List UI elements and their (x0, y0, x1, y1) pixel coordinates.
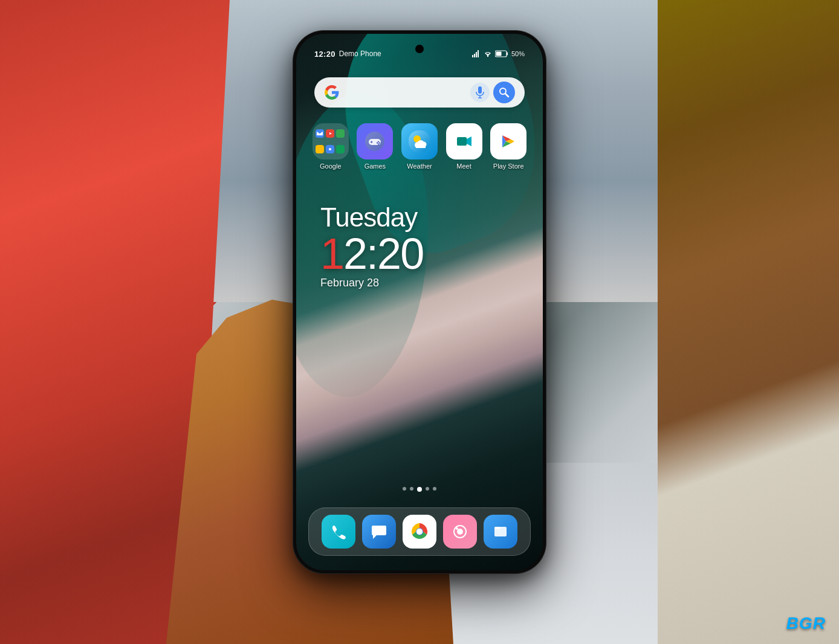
svg-point-4 (487, 56, 488, 57)
playstore-svg-icon (497, 130, 519, 152)
svg-rect-36 (457, 137, 467, 146)
lens-search-button[interactable] (493, 82, 515, 103)
battery-icon (495, 50, 508, 57)
mini-icon-chrome (326, 145, 334, 153)
page-dot-3-active (417, 487, 422, 492)
page-dot-2 (410, 487, 413, 491)
app-item-meet[interactable]: Meet (442, 123, 486, 170)
clock-digit-rest: 2:20 (343, 232, 423, 275)
app-item-google[interactable]: Google (309, 123, 352, 170)
page-dot-1 (403, 487, 406, 491)
mini-icon-youtube (326, 129, 334, 138)
svg-point-28 (379, 142, 380, 143)
games-label: Games (364, 163, 386, 170)
bottom-dock (308, 507, 531, 556)
dock-phone[interactable] (322, 515, 355, 549)
svg-rect-1 (474, 54, 475, 57)
voice-search-button[interactable] (470, 83, 490, 102)
status-icons: 50% (472, 50, 525, 57)
svg-rect-6 (507, 53, 508, 56)
phone-inner-frame: 12:20 Demo Phone (296, 34, 543, 570)
clock-widget: Tuesday 1 2:20 February 28 (320, 203, 423, 289)
phone-device: 12:20 Demo Phone (293, 30, 546, 574)
battery-percent: 50% (511, 50, 525, 57)
svg-rect-24 (371, 142, 373, 143)
lens-icon (499, 87, 510, 98)
app-item-playstore[interactable]: Play Store (487, 123, 530, 170)
clock-day: Tuesday (320, 203, 423, 232)
clock-time: 1 2:20 (320, 232, 423, 275)
games-icon (357, 123, 393, 159)
chrome-icon (410, 522, 429, 541)
microphone-icon (475, 86, 485, 98)
svg-marker-16 (339, 134, 342, 137)
weather-icon (401, 123, 438, 159)
svg-rect-8 (478, 86, 482, 94)
mini-icon-gmail (316, 129, 324, 138)
google-folder-icon (313, 123, 349, 159)
status-time: 12:20 (314, 50, 335, 59)
phone-screen: 12:20 Demo Phone (296, 34, 543, 570)
google-search-bar[interactable] (314, 77, 525, 108)
svg-rect-2 (476, 52, 477, 57)
page-dots (403, 487, 436, 492)
gamepad-icon (364, 130, 386, 152)
mini-icon-maps (336, 129, 345, 138)
wifi-icon (484, 50, 492, 57)
page-dot-5 (433, 487, 436, 491)
signal-icon (472, 50, 481, 57)
messages-icon (371, 523, 387, 540)
dock-chrome[interactable] (403, 515, 436, 549)
mini-icon-sheets (336, 145, 345, 153)
weather-label: Weather (407, 163, 432, 170)
dock-files[interactable] (484, 515, 517, 549)
svg-marker-17 (317, 147, 323, 152)
camera-icon (452, 523, 468, 540)
status-carrier: Demo Phone (339, 50, 381, 58)
svg-rect-0 (472, 55, 473, 57)
svg-point-19 (329, 148, 331, 150)
svg-point-26 (377, 142, 378, 143)
bgr-watermark: BGR (786, 614, 826, 633)
meet-svg-icon (453, 130, 475, 152)
camera-punch-hole (415, 45, 424, 53)
meet-label: Meet (456, 163, 471, 170)
dock-camera[interactable] (443, 515, 477, 549)
svg-rect-7 (496, 52, 501, 56)
google-logo (324, 85, 340, 100)
mini-icon-drive (316, 145, 324, 153)
svg-point-25 (378, 141, 379, 142)
playstore-icon (490, 123, 526, 159)
files-icon (492, 523, 509, 540)
svg-rect-3 (478, 50, 479, 57)
clock-date: February 28 (320, 277, 423, 289)
svg-rect-46 (494, 527, 500, 529)
svg-point-43 (457, 529, 463, 535)
playstore-label: Play Store (493, 163, 524, 170)
svg-rect-20 (338, 146, 343, 152)
app-row: Google (308, 123, 531, 170)
dock-messages[interactable] (362, 515, 396, 549)
svg-point-44 (456, 527, 458, 530)
person-right-brown-jacket (658, 0, 839, 644)
weather-svg-icon (409, 130, 430, 152)
meet-icon (446, 123, 482, 159)
google-folder-label: Google (320, 163, 341, 170)
clock-digit-1: 1 (320, 232, 343, 275)
app-item-weather[interactable]: Weather (398, 123, 441, 170)
svg-point-27 (378, 143, 379, 144)
phone-icon (330, 523, 347, 540)
svg-point-41 (416, 529, 423, 535)
svg-line-12 (505, 94, 508, 97)
app-item-games[interactable]: Games (353, 123, 397, 170)
page-dot-4 (426, 487, 429, 491)
phone-outer-frame: 12:20 Demo Phone (293, 30, 546, 574)
svg-rect-34 (416, 144, 426, 148)
